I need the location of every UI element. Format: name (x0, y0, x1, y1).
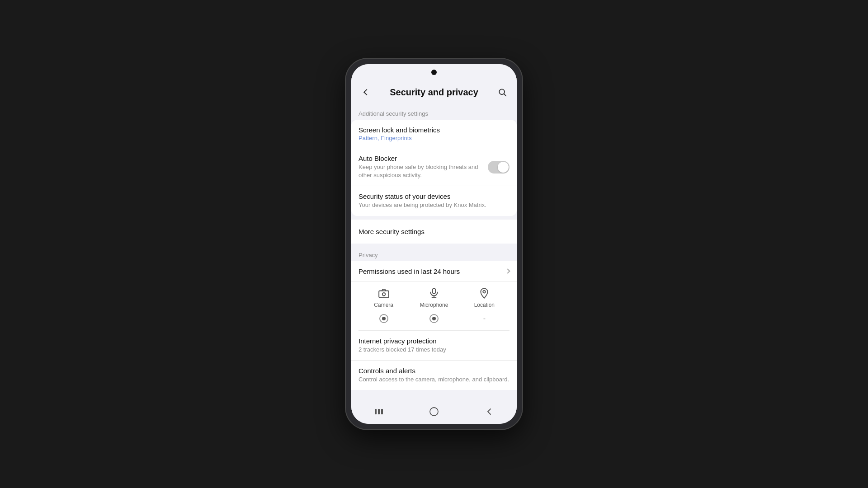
back-button[interactable] (359, 85, 373, 99)
microphone-dot-inner (432, 317, 436, 320)
controls-alerts-title: Controls and alerts (359, 367, 509, 375)
microphone-label: Microphone (420, 302, 448, 308)
camera-dot-indicator (379, 314, 388, 323)
internet-privacy-desc: 2 trackers blocked 17 times today (359, 346, 509, 354)
svg-point-11 (430, 408, 438, 416)
microphone-dot-item (409, 314, 459, 323)
svg-point-3 (382, 292, 385, 296)
location-dot-item: - (459, 314, 509, 323)
location-label: Location (474, 302, 495, 308)
screen-lock-title: Screen lock and biometrics (359, 126, 509, 134)
recent-apps-button[interactable] (370, 403, 388, 421)
location-dash-indicator: - (483, 314, 486, 323)
location-permission-item[interactable]: Location (459, 287, 509, 308)
more-security-item[interactable]: More security settings (351, 220, 517, 244)
camera-dot-inner (382, 317, 386, 320)
phone-frame: Security and privacy Additional security… (346, 59, 522, 429)
gap-2 (351, 244, 517, 247)
microphone-dot-indicator (429, 314, 439, 323)
back-nav-button[interactable] (480, 403, 498, 421)
security-status-item[interactable]: Security status of your devices Your dev… (351, 186, 517, 216)
auto-blocker-row: Auto Blocker Keep your phone safe by blo… (359, 155, 509, 179)
screen-content: Security and privacy Additional security… (351, 80, 517, 401)
svg-rect-9 (378, 409, 380, 414)
auto-blocker-title: Auto Blocker (359, 155, 482, 162)
microphone-icon (428, 287, 440, 299)
additional-security-label: Additional security settings (351, 106, 517, 120)
search-button[interactable] (495, 85, 509, 99)
svg-rect-10 (381, 409, 383, 414)
auto-blocker-item[interactable]: Auto Blocker Keep your phone safe by blo… (351, 148, 517, 186)
perm-dots-row: - (351, 312, 517, 330)
microphone-permission-item[interactable]: Microphone (409, 287, 459, 308)
recent-apps-icon (374, 408, 384, 416)
permissions-icons-row: Camera Microphone (351, 282, 517, 312)
gap-1 (351, 216, 517, 220)
controls-alerts-item[interactable]: Controls and alerts Control access to th… (351, 361, 517, 390)
phone-screen: Security and privacy Additional security… (351, 64, 517, 424)
location-icon (478, 287, 490, 299)
svg-rect-2 (379, 291, 389, 297)
back-arrow-icon (363, 89, 370, 95)
back-nav-icon (485, 407, 494, 416)
security-status-desc: Your devices are being protected by Knox… (359, 201, 509, 209)
search-icon (498, 88, 507, 97)
toggle-thumb (498, 162, 509, 173)
camera-permission-item[interactable]: Camera (359, 287, 409, 308)
camera-dot-item (359, 314, 409, 323)
permissions-chevron-icon (505, 268, 510, 273)
home-button[interactable] (425, 403, 443, 421)
camera-dot (431, 70, 437, 75)
security-card-group: Screen lock and biometrics Pattern, Fing… (351, 120, 517, 216)
svg-rect-4 (433, 288, 436, 294)
bottom-nav (351, 401, 517, 424)
svg-point-7 (483, 291, 486, 293)
top-bar: Security and privacy (351, 80, 517, 106)
status-bar (351, 64, 517, 80)
security-status-title: Security status of your devices (359, 192, 509, 200)
privacy-card: Permissions used in last 24 hours Camera (351, 261, 517, 390)
svg-rect-8 (375, 409, 377, 414)
permissions-header-row[interactable]: Permissions used in last 24 hours (351, 261, 517, 282)
page-title: Security and privacy (390, 87, 478, 98)
privacy-label: Privacy (351, 247, 517, 261)
internet-privacy-item[interactable]: Internet privacy protection 2 trackers b… (351, 331, 517, 361)
screen-lock-subtitle: Pattern, Fingerprints (359, 135, 509, 141)
camera-label: Camera (374, 302, 393, 308)
internet-privacy-title: Internet privacy protection (359, 337, 509, 345)
camera-icon (378, 287, 390, 299)
controls-alerts-desc: Control access to the camera, microphone… (359, 375, 509, 384)
svg-line-1 (504, 94, 506, 96)
auto-blocker-desc: Keep your phone safe by blocking threats… (359, 163, 482, 179)
auto-blocker-toggle[interactable] (488, 161, 509, 174)
more-security-title: More security settings (359, 228, 509, 235)
home-icon (429, 406, 439, 417)
screen-lock-item[interactable]: Screen lock and biometrics Pattern, Fing… (351, 120, 517, 148)
permissions-title: Permissions used in last 24 hours (359, 267, 460, 275)
